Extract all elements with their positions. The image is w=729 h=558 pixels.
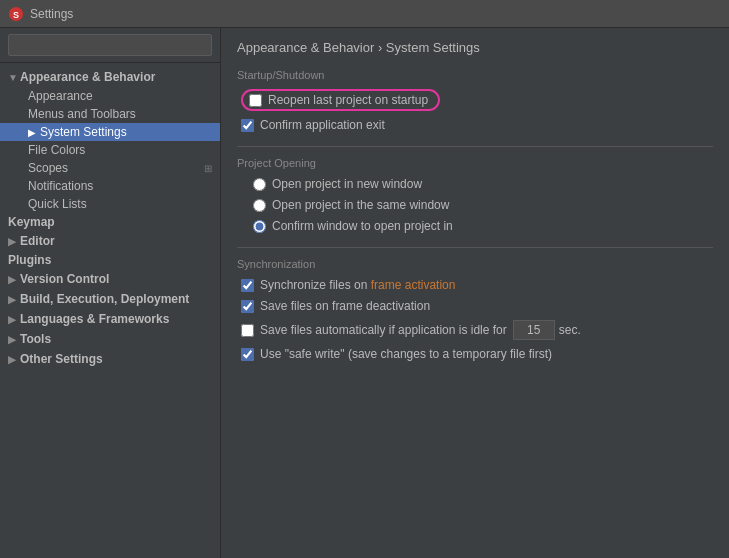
sidebar-item-editor[interactable]: ▶ Editor	[0, 231, 220, 251]
confirm-exit-option: Confirm application exit	[237, 118, 713, 132]
sidebar-item-label: Menus and Toolbars	[28, 107, 136, 121]
sidebar-item-appearance[interactable]: Appearance	[0, 87, 220, 105]
sidebar-item-scopes[interactable]: Scopes ⊞	[0, 159, 220, 177]
arrow-icon: ▶	[8, 294, 20, 305]
sidebar-item-system-settings[interactable]: ▶ System Settings	[0, 123, 220, 141]
title-bar-text: Settings	[30, 7, 73, 21]
sidebar-item-build-execution[interactable]: ▶ Build, Execution, Deployment	[0, 289, 220, 309]
sidebar-item-label: Plugins	[8, 253, 51, 267]
save-files-idle-option: Save files automatically if application …	[237, 320, 713, 340]
sidebar-item-appearance-behavior[interactable]: ▼ Appearance & Behavior	[0, 67, 220, 87]
svg-text:S: S	[13, 10, 19, 20]
sec-label: sec.	[559, 323, 581, 337]
sidebar-item-tools[interactable]: ▶ Tools	[0, 329, 220, 349]
arrow-icon: ▶	[28, 127, 40, 138]
sidebar: ▼ Appearance & Behavior Appearance Menus…	[0, 28, 221, 558]
safe-write-checkbox[interactable]	[241, 348, 254, 361]
save-files-deactivation-option: Save files on frame deactivation	[237, 299, 713, 313]
sidebar-item-label: Editor	[20, 234, 55, 248]
startup-shutdown-label: Startup/Shutdown	[237, 69, 713, 81]
confirm-window-label[interactable]: Confirm window to open project in	[253, 219, 453, 233]
sidebar-item-label: System Settings	[40, 125, 127, 139]
sync-files-checkbox[interactable]	[241, 279, 254, 292]
confirm-window-option: Confirm window to open project in	[237, 219, 713, 233]
sidebar-item-other-settings[interactable]: ▶ Other Settings	[0, 349, 220, 369]
arrow-icon: ▶	[8, 236, 20, 247]
sidebar-item-label: Build, Execution, Deployment	[20, 292, 189, 306]
sidebar-item-keymap[interactable]: Keymap	[0, 213, 220, 231]
sidebar-item-label: Tools	[20, 332, 51, 346]
sidebar-item-notifications[interactable]: Notifications	[0, 177, 220, 195]
scopes-shortcut-icon: ⊞	[204, 163, 212, 174]
title-bar: S Settings	[0, 0, 729, 28]
open-new-window-label[interactable]: Open project in new window	[253, 177, 422, 191]
sidebar-item-plugins[interactable]: Plugins	[0, 251, 220, 269]
safe-write-option: Use "safe write" (save changes to a temp…	[237, 347, 713, 361]
sidebar-item-file-colors[interactable]: File Colors	[0, 141, 220, 159]
confirm-exit-checkbox[interactable]	[241, 119, 254, 132]
search-bar[interactable]	[0, 28, 220, 63]
sidebar-item-label: Quick Lists	[28, 197, 87, 211]
sync-files-option: Synchronize files on frame activation	[237, 278, 713, 292]
sidebar-item-quick-lists[interactable]: Quick Lists	[0, 195, 220, 213]
reopen-project-option: Reopen last project on startup	[241, 89, 440, 111]
tree: ▼ Appearance & Behavior Appearance Menus…	[0, 63, 220, 558]
sidebar-item-label: Scopes	[28, 161, 68, 175]
search-input[interactable]	[8, 34, 212, 56]
arrow-icon: ▶	[8, 334, 20, 345]
reopen-project-label[interactable]: Reopen last project on startup	[249, 93, 428, 107]
sidebar-item-label: Other Settings	[20, 352, 103, 366]
save-files-deactivation-checkbox[interactable]	[241, 300, 254, 313]
confirm-exit-label[interactable]: Confirm application exit	[241, 118, 385, 132]
arrow-icon: ▼	[8, 72, 20, 83]
sidebar-item-label: File Colors	[28, 143, 85, 157]
sidebar-item-version-control[interactable]: ▶ Version Control	[0, 269, 220, 289]
reopen-project-checkbox[interactable]	[249, 94, 262, 107]
breadcrumb: Appearance & Behavior › System Settings	[237, 40, 713, 55]
sidebar-item-label: Keymap	[8, 215, 55, 229]
sidebar-item-label: Languages & Frameworks	[20, 312, 169, 326]
idle-time-input[interactable]	[513, 320, 555, 340]
sidebar-item-label: Appearance	[28, 89, 93, 103]
sidebar-item-label: Version Control	[20, 272, 109, 286]
synchronization-label: Synchronization	[237, 258, 713, 270]
safe-write-label[interactable]: Use "safe write" (save changes to a temp…	[241, 347, 552, 361]
sidebar-item-label: Appearance & Behavior	[20, 70, 155, 84]
main-container: ▼ Appearance & Behavior Appearance Menus…	[0, 28, 729, 558]
app-icon: S	[8, 6, 24, 22]
sidebar-item-label: Notifications	[28, 179, 93, 193]
divider-2	[237, 247, 713, 248]
arrow-icon: ▶	[8, 314, 20, 325]
open-new-window-radio[interactable]	[253, 178, 266, 191]
arrow-icon: ▶	[8, 274, 20, 285]
open-same-window-label[interactable]: Open project in the same window	[253, 198, 449, 212]
open-same-window-option: Open project in the same window	[237, 198, 713, 212]
sidebar-item-languages-frameworks[interactable]: ▶ Languages & Frameworks	[0, 309, 220, 329]
project-opening-label: Project Opening	[237, 157, 713, 169]
save-files-idle-label[interactable]: Save files automatically if application …	[241, 323, 507, 337]
sidebar-item-menus-toolbars[interactable]: Menus and Toolbars	[0, 105, 220, 123]
content-area: Appearance & Behavior › System Settings …	[221, 28, 729, 558]
divider-1	[237, 146, 713, 147]
save-files-idle-checkbox[interactable]	[241, 324, 254, 337]
sync-files-label[interactable]: Synchronize files on frame activation	[241, 278, 455, 292]
open-new-window-option: Open project in new window	[237, 177, 713, 191]
confirm-window-radio[interactable]	[253, 220, 266, 233]
arrow-icon: ▶	[8, 354, 20, 365]
save-files-deactivation-label[interactable]: Save files on frame deactivation	[241, 299, 430, 313]
open-same-window-radio[interactable]	[253, 199, 266, 212]
